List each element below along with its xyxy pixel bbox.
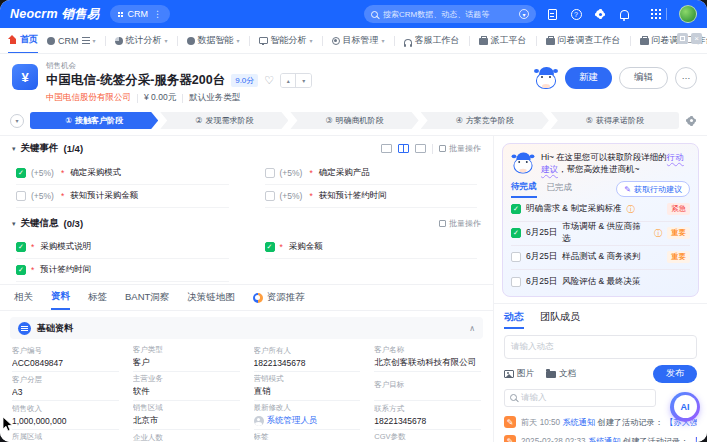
- tab-related[interactable]: 相关: [14, 285, 33, 310]
- checkbox-checked[interactable]: ✓: [16, 168, 26, 178]
- activity-composer-input[interactable]: 请输入动态: [504, 335, 697, 359]
- pie-chart-icon: [115, 37, 123, 45]
- checkbox-unchecked[interactable]: [511, 277, 521, 287]
- tab-decision-map[interactable]: 决策链地图: [187, 285, 235, 310]
- layout-one-col-icon[interactable]: [381, 144, 392, 153]
- attach-doc-button[interactable]: 文档: [546, 368, 576, 380]
- nav-item-home[interactable]: 首页: [8, 28, 38, 54]
- nav-item-service-desk[interactable]: 客服工作台: [404, 28, 460, 54]
- stage-1[interactable]: ①接触客户阶段: [30, 112, 158, 129]
- global-search-input[interactable]: 搜索CRM数据、动态、话题等 ▾: [364, 5, 536, 23]
- field-tier: 客户分层 A3: [12, 372, 119, 401]
- heart-icon[interactable]: ♡: [264, 74, 274, 87]
- prev-record-button[interactable]: ▴: [281, 74, 296, 87]
- ai-assistant-card: Hi~ 在这里您可以获取阶段详细的行动建议，帮您高效推进商机~ 待完成 已完成 …: [502, 143, 699, 297]
- collapse-stages-icon[interactable]: ▾: [10, 114, 24, 128]
- layout-three-col-icon[interactable]: [415, 144, 426, 153]
- nav-item-data-intel[interactable]: 数据智能 ▾: [187, 28, 240, 54]
- settings-icon[interactable]: [594, 8, 606, 20]
- key-event-item: ✓ (+5%) *确定采购模式: [16, 162, 229, 185]
- new-button[interactable]: 新建: [565, 67, 612, 89]
- caret-down-icon[interactable]: ▾: [12, 220, 16, 228]
- feed-item[interactable]: ✎ 2025-02-28 02:33 系统通知 创建了活动记录： 【苏...: [504, 432, 697, 442]
- tab-bant[interactable]: BANT洞察: [125, 285, 169, 310]
- bulk-actions-button[interactable]: 批量操作: [439, 143, 481, 154]
- next-record-button[interactable]: ▾: [296, 74, 311, 87]
- tab-team[interactable]: 团队成员: [540, 310, 580, 329]
- nav-item-goal-mgmt[interactable]: 目标管理 ▾: [332, 28, 385, 54]
- checkbox-checked[interactable]: ✓: [16, 265, 26, 275]
- field-marketing-mode: 营销模式 直销: [254, 372, 361, 401]
- layout-two-col-icon[interactable]: [398, 144, 409, 153]
- chevron-down-icon: ▾: [165, 37, 168, 44]
- app-launcher-icon[interactable]: [642, 8, 654, 20]
- apps-grid-icon: [118, 12, 120, 14]
- stage-settings-icon[interactable]: [685, 115, 697, 127]
- checkbox-checked[interactable]: ✓: [16, 242, 26, 252]
- score-badge: 9.0分: [231, 74, 258, 87]
- tab-resources[interactable]: 资源推荐: [253, 285, 305, 310]
- tab-todo[interactable]: 待完成: [511, 181, 537, 198]
- stage-5[interactable]: ⑤获得承诺阶段: [551, 112, 679, 129]
- modifier-link[interactable]: 系统管理人员: [254, 415, 361, 427]
- headset-icon: [404, 39, 412, 45]
- stage-4[interactable]: ④方案竞争阶段: [421, 112, 549, 129]
- expand-icon[interactable]: [677, 33, 688, 44]
- nav-item-analytics[interactable]: 统计分析 ▾: [115, 28, 168, 54]
- chevron-down-icon: ▾: [237, 37, 240, 44]
- attach-image-button[interactable]: 图片: [504, 368, 534, 380]
- field-account-type: 客户类型 客户: [133, 343, 240, 372]
- notifications-icon[interactable]: [618, 8, 630, 20]
- checkbox-unchecked[interactable]: [16, 191, 26, 201]
- topbar-divider: [666, 8, 667, 20]
- nav-item-dispatch[interactable]: 派工平台: [479, 28, 527, 54]
- checkbox-unchecked[interactable]: [265, 168, 275, 178]
- checkbox-checked[interactable]: ✓: [511, 228, 521, 238]
- priority-badge: 重要: [667, 227, 690, 239]
- tab-activity[interactable]: 动态: [504, 310, 524, 329]
- tab-done[interactable]: 已完成: [547, 182, 573, 197]
- nav-divider: [322, 36, 323, 46]
- caret-down-icon[interactable]: ▾: [12, 145, 16, 153]
- field-tags: 标签 无: [254, 430, 361, 442]
- main-nav: 首页 CRM ▾ 统计分析 ▾ 数据智能 ▾ 智能分析 ▾ 目标管理: [0, 28, 707, 54]
- checkbox-unchecked[interactable]: [511, 252, 521, 262]
- assistant-greeting: Hi~ 在这里您可以获取阶段详细的行动建议，帮您高效推进商机~: [541, 151, 690, 176]
- app-switcher[interactable]: CRM ⋮: [110, 5, 171, 23]
- tasks-icon[interactable]: [546, 8, 558, 20]
- user-avatar[interactable]: [679, 5, 697, 23]
- feed-item[interactable]: ✎ 前天 10:50 系统通知 创建了活动记录： 【苏大强】创...: [504, 413, 697, 432]
- feed-search-input[interactable]: 请输入: [504, 389, 656, 407]
- checkbox-unchecked[interactable]: [265, 191, 275, 201]
- checkbox-checked[interactable]: ✓: [511, 204, 521, 214]
- close-icon[interactable]: ×: [691, 33, 702, 44]
- tab-profile[interactable]: 资料: [51, 285, 70, 310]
- key-events-header: ▾ 关键事件 (1/4) 批量操作: [0, 136, 493, 162]
- bulk-actions-button[interactable]: 批量操作: [439, 218, 481, 229]
- brand-logo: Neocrm 销售易: [10, 6, 100, 23]
- main-panel: ▾ 关键事件 (1/4) 批量操作 ✓ (+5%): [0, 136, 494, 442]
- stage-3[interactable]: ③明确商机阶段: [290, 112, 418, 129]
- checkbox-checked[interactable]: ✓: [265, 242, 275, 252]
- nav-item-survey-1[interactable]: 问卷调查工作台: [546, 28, 621, 54]
- basic-info-header[interactable]: 基础资料 ∧: [10, 317, 483, 339]
- nav-item-crm[interactable]: CRM ▾: [47, 28, 96, 54]
- crm-icon: [47, 37, 55, 45]
- monitor-icon: [259, 37, 268, 44]
- more-actions-button[interactable]: …: [675, 67, 697, 89]
- help-icon[interactable]: ?: [570, 8, 582, 20]
- edit-button[interactable]: 编辑: [619, 67, 668, 89]
- search-scope-icon[interactable]: ▾: [519, 9, 529, 19]
- account-link[interactable]: 中国电信股份有限公司: [46, 92, 131, 104]
- mascot-cow: [534, 66, 558, 89]
- publish-button[interactable]: 发布: [653, 365, 697, 383]
- data-intel-icon: [187, 37, 195, 45]
- stage-2[interactable]: ②发现需求阶段: [160, 112, 288, 129]
- nav-item-smart-analysis[interactable]: 智能分析 ▾: [259, 28, 313, 54]
- ai-assistant-button[interactable]: AI: [670, 392, 700, 422]
- tab-tags[interactable]: 标签: [88, 285, 107, 310]
- field-last-modified-by: 最新修改人 系统管理人员: [254, 401, 361, 430]
- key-event-item: (+5%) *获知预计采购金额: [16, 185, 229, 208]
- collapse-icon[interactable]: ∧: [469, 324, 475, 333]
- get-advice-button[interactable]: ✎ 获取行动建议: [616, 181, 690, 197]
